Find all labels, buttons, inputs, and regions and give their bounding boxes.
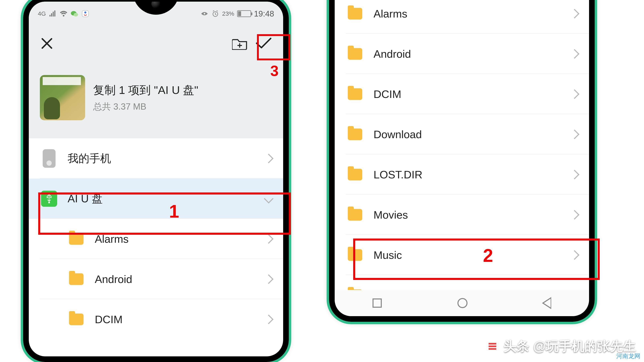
screen-left: 4G 2 — [29, 1, 283, 356]
folder-row[interactable]: Alarms — [335, 0, 589, 34]
storage-label: 我的手机 — [68, 151, 265, 166]
folder-icon — [69, 314, 84, 325]
phone-frame-left: 4G 2 — [23, 0, 289, 362]
clock-label: 19:48 — [254, 9, 274, 18]
folder-label: Android — [374, 48, 571, 60]
chevron-right-icon — [570, 129, 580, 139]
folder-label: Android — [95, 273, 265, 285]
folder-label: Download — [374, 128, 571, 141]
svg-point-3 — [84, 11, 86, 13]
folder-label: LOST.DIR — [374, 168, 571, 181]
chevron-right-icon — [570, 170, 580, 179]
annotation-label-1: 1 — [169, 201, 179, 222]
battery-icon — [237, 10, 251, 17]
folder-row[interactable]: Android — [29, 259, 283, 299]
chevron-right-icon — [264, 274, 274, 284]
app-badge-icon — [81, 10, 89, 18]
chevron-right-icon — [570, 210, 580, 220]
folder-row[interactable]: Movies — [335, 195, 589, 235]
copy-title: 复制 1 项到 "AI U 盘" — [93, 83, 198, 98]
chevron-right-icon — [570, 9, 580, 18]
annotation-box-2 — [353, 239, 600, 280]
annotation-box-1 — [38, 192, 291, 235]
folder-icon — [348, 48, 362, 60]
chevron-right-icon — [570, 49, 580, 59]
signal-icon — [49, 10, 57, 18]
folder-row[interactable]: Android — [335, 34, 589, 74]
folder-row[interactable]: DCIM — [335, 74, 589, 114]
eye-icon — [200, 10, 208, 18]
annotation-box-3 — [257, 34, 290, 60]
svg-rect-2 — [82, 10, 88, 17]
chevron-right-icon — [264, 315, 274, 324]
chevron-right-icon — [264, 154, 274, 163]
annotation-label-3: 3 — [270, 62, 278, 79]
chevron-right-icon — [570, 89, 580, 99]
folder-row[interactable]: DCIM — [29, 299, 283, 340]
chevron-right-icon — [264, 234, 274, 244]
close-button[interactable] — [40, 36, 54, 50]
annotation-label-2: 2 — [483, 245, 493, 266]
copy-subtitle: 总共 3.37 MB — [93, 101, 198, 113]
android-nav-bar — [335, 290, 589, 316]
folder-row[interactable]: LOST.DIR — [335, 154, 589, 195]
folder-icon — [348, 128, 362, 140]
folder-label: DCIM — [95, 313, 265, 326]
folder-label: Alarms — [374, 7, 571, 20]
alarm-icon — [211, 10, 219, 18]
nav-recent-button[interactable] — [372, 299, 382, 308]
toutiao-logo-icon — [486, 339, 500, 353]
network-type-label: 4G — [38, 10, 46, 17]
action-bar — [29, 26, 283, 61]
site-watermark: 河南龙网 — [615, 352, 642, 361]
folder-row[interactable]: Download — [335, 114, 589, 154]
item-thumbnail — [40, 75, 85, 120]
folder-icon — [348, 88, 362, 100]
folder-icon — [348, 8, 362, 19]
toutiao-credit: 头条 @玩手机的张先生 — [486, 338, 636, 355]
wifi-icon — [60, 10, 68, 18]
phone-icon — [43, 149, 56, 168]
front-camera — [151, 0, 160, 8]
nav-home-button[interactable] — [458, 298, 468, 308]
wechat-icon — [70, 10, 78, 18]
folder-icon — [348, 209, 362, 221]
folder-icon — [69, 233, 84, 245]
new-folder-button[interactable] — [232, 37, 248, 50]
folder-icon — [348, 169, 362, 180]
svg-point-1 — [74, 13, 78, 16]
folder-label: DCIM — [374, 88, 571, 100]
folder-icon — [69, 273, 84, 285]
nav-back-button[interactable] — [543, 298, 551, 308]
battery-percent-label: 23% — [222, 10, 234, 17]
copy-summary: 复制 1 项到 "AI U 盘" 总共 3.37 MB — [29, 61, 283, 138]
credit-prefix: 头条 — [504, 338, 529, 355]
folder-label: Movies — [374, 209, 571, 221]
storage-row-my-phone[interactable]: 我的手机 — [29, 138, 283, 179]
